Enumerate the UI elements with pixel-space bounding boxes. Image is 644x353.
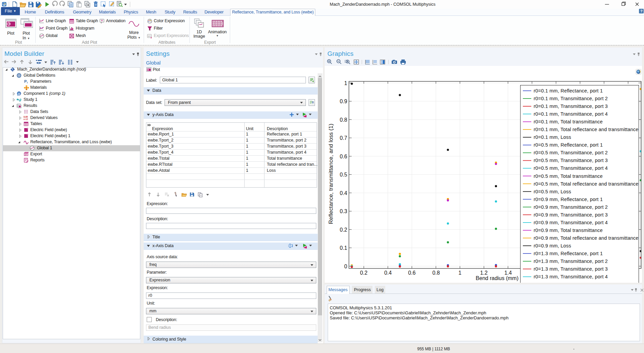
svg-text:Ω: Ω	[18, 92, 20, 95]
svg-text:P: P	[24, 79, 27, 83]
svg-text:a=: a=	[148, 35, 151, 37]
svg-text:i: i	[27, 81, 28, 84]
svg-text:8.85: 8.85	[24, 116, 28, 118]
svg-text:e-12: e-12	[24, 118, 28, 120]
